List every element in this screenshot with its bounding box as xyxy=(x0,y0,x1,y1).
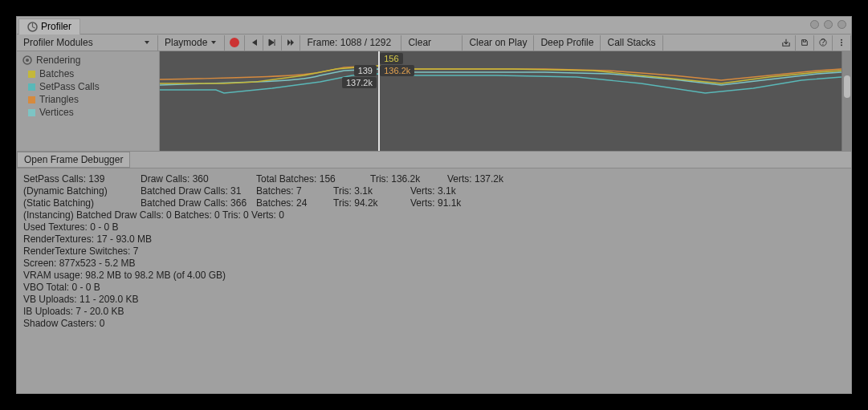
frame-last-button[interactable] xyxy=(282,35,300,51)
svg-point-4 xyxy=(841,42,842,43)
record-button[interactable] xyxy=(225,35,245,51)
val: Tris: 94.2k xyxy=(333,197,410,209)
stats-line: VRAM usage: 98.2 MB to 98.2 MB (of 4.00 … xyxy=(23,270,845,282)
rendering-icon xyxy=(22,55,33,66)
tip-verts: 137.2k xyxy=(342,77,377,88)
val: Verts: 3.1k xyxy=(410,185,507,197)
modules-label: Profiler Modules xyxy=(23,37,93,48)
legend-label: Vertices xyxy=(39,107,74,118)
stats-row-static: (Static Batching) Batched Draw Calls: 36… xyxy=(23,197,845,209)
save-icon xyxy=(801,39,809,47)
call-stacks-label: Call Stacks xyxy=(607,37,655,48)
frame-counter: Frame: 1088 / 1292 xyxy=(300,35,401,51)
legend-label: Triangles xyxy=(39,94,79,105)
chevron-down-icon xyxy=(210,39,218,47)
titlebar: Profiler xyxy=(17,17,851,35)
help-button[interactable]: ? xyxy=(814,35,833,51)
frame-next-button[interactable] xyxy=(263,35,282,51)
frame-debugger-bar: Open Frame Debugger xyxy=(17,151,851,168)
clear-button[interactable]: Clear xyxy=(401,35,463,51)
val: Tris: 3.1k xyxy=(333,185,410,197)
profiler-icon xyxy=(27,22,38,32)
stats-line: Used Textures: 0 - 0 B xyxy=(23,221,845,233)
val: Batched Draw Calls: 31 xyxy=(141,185,256,197)
import-icon xyxy=(782,39,790,47)
stats-line: RenderTextures: 17 - 93.0 MB xyxy=(23,233,845,246)
profiler-tab-label: Profiler xyxy=(41,21,71,32)
svg-point-5 xyxy=(841,44,842,46)
legend-label: Batches xyxy=(39,68,74,79)
save-button[interactable] xyxy=(796,35,814,51)
skip-end-icon xyxy=(287,39,295,47)
val: Verts: 91.1k xyxy=(410,197,507,209)
deep-profile-label: Deep Profile xyxy=(540,37,593,48)
legend-item[interactable]: Batches xyxy=(28,68,154,79)
legend-label: SetPass Calls xyxy=(39,81,100,92)
playmode-label: Playmode xyxy=(165,37,207,48)
verts: Verts: 137.2k xyxy=(447,173,544,185)
legend-item[interactable]: Vertices xyxy=(28,107,154,118)
profiler-tab[interactable]: Profiler xyxy=(18,18,80,35)
legend-item[interactable]: Triangles xyxy=(28,94,154,105)
svg-point-7 xyxy=(26,59,29,62)
total-batches: Total Batches: 156 xyxy=(256,173,370,185)
deep-profile-toggle[interactable]: Deep Profile xyxy=(534,35,601,51)
legend-item[interactable]: SetPass Calls xyxy=(28,81,154,92)
val: Batched Draw Calls: 366 xyxy=(141,197,256,209)
tip-batches: 156 xyxy=(380,53,402,64)
val: Batches: 7 xyxy=(256,185,333,197)
stats-line: IB Uploads: 7 - 20.0 KB xyxy=(23,306,845,318)
legend-swatch xyxy=(28,109,35,116)
clear-on-play-toggle[interactable]: Clear on Play xyxy=(463,35,534,51)
val: Batches: 24 xyxy=(256,197,333,209)
frame-first-button[interactable] xyxy=(245,35,263,51)
stats-line: VBO Total: 0 - 0 B xyxy=(23,282,845,294)
chart-area[interactable]: 156 136.2k 139 137.2k xyxy=(160,51,842,151)
stats-row-main: SetPass Calls: 139 Draw Calls: 360 Total… xyxy=(23,173,845,185)
stats-panel: SetPass Calls: 139 Draw Calls: 360 Total… xyxy=(17,168,851,393)
playmode-dropdown[interactable]: Playmode xyxy=(158,35,225,51)
skip-forward-icon xyxy=(268,39,276,47)
help-icon: ? xyxy=(819,39,827,47)
open-frame-debugger-button[interactable]: Open Frame Debugger xyxy=(17,152,130,168)
module-name: Rendering xyxy=(36,55,80,66)
kebab-icon xyxy=(837,39,846,47)
draw-calls: Draw Calls: 360 xyxy=(141,173,256,185)
frame-label: Frame: 1088 / 1292 xyxy=(307,37,391,48)
window-maximize[interactable] xyxy=(824,20,833,29)
module-sidebar: Rendering BatchesSetPass CallsTrianglesV… xyxy=(17,51,160,151)
clear-label: Clear xyxy=(408,37,431,48)
svg-point-3 xyxy=(841,39,842,41)
toolbar: Profiler Modules Playmode Frame: 1088 / … xyxy=(17,35,851,51)
call-stacks-toggle[interactable]: Call Stacks xyxy=(601,35,662,51)
record-icon xyxy=(230,38,239,47)
scroll-thumb[interactable] xyxy=(844,75,850,98)
legend-swatch xyxy=(28,71,35,78)
stats-line: VB Uploads: 11 - 209.0 KB xyxy=(23,294,845,306)
module-title[interactable]: Rendering xyxy=(22,55,154,66)
menu-button[interactable] xyxy=(833,35,851,51)
chart-lines xyxy=(160,51,842,151)
tip-tris: 136.2k xyxy=(380,65,414,76)
stats-row-dynamic: (Dynamic Batching) Batched Draw Calls: 3… xyxy=(23,185,845,197)
tris: Tris: 136.2k xyxy=(370,173,447,185)
stats-line: Shadow Casters: 0 xyxy=(23,318,845,330)
label: (Dynamic Batching) xyxy=(23,185,141,197)
window-minimize[interactable] xyxy=(810,20,819,29)
svg-text:?: ? xyxy=(821,39,825,47)
chevron-down-icon xyxy=(143,39,151,47)
window-controls xyxy=(810,20,846,29)
window-close[interactable] xyxy=(837,20,846,29)
stats-row-instancing: (Instancing) Batched Draw Calls: 0 Batch… xyxy=(23,209,845,221)
load-button[interactable] xyxy=(777,35,796,51)
profiler-modules-dropdown[interactable]: Profiler Modules xyxy=(17,35,158,51)
stats-line: Screen: 877x523 - 5.2 MB xyxy=(23,258,845,270)
legend-swatch xyxy=(28,96,35,104)
stats-line: RenderTexture Switches: 7 xyxy=(23,246,845,258)
label: (Static Batching) xyxy=(23,197,141,209)
chart-row: Rendering BatchesSetPass CallsTrianglesV… xyxy=(17,51,851,151)
clear-on-play-label: Clear on Play xyxy=(469,37,527,48)
setpass-calls: SetPass Calls: 139 xyxy=(23,173,141,185)
chart-scrollbar[interactable] xyxy=(842,51,851,151)
legend-swatch xyxy=(28,83,35,91)
